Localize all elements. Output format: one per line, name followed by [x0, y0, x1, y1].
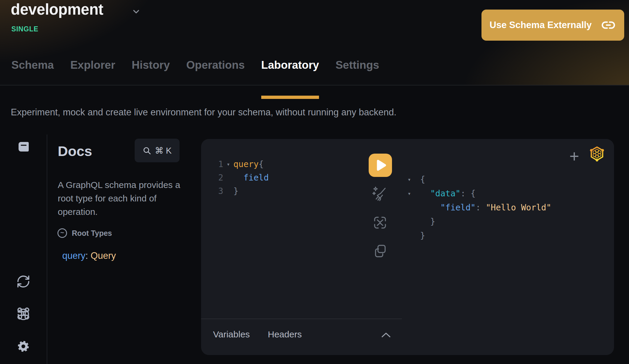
tab-settings[interactable]: Settings [335, 59, 379, 85]
graphiql-panel: 1 ▾ query { 2 field 3 } [201, 139, 614, 355]
code-token: : [461, 186, 471, 201]
response-line: ▾ { [407, 172, 551, 186]
response-line: "field" : "Hello World" [407, 201, 551, 215]
fold-arrow-icon[interactable]: ▾ [223, 157, 233, 171]
fold-arrow-icon[interactable]: ▾ [407, 186, 420, 201]
nav-tabs: Schema Explorer History Operations Labor… [11, 59, 379, 85]
add-tab-button[interactable]: + [567, 148, 582, 165]
fold-arrow-icon [223, 171, 233, 184]
code-token [420, 201, 440, 215]
code-token: } [233, 184, 238, 198]
root-type-type-link[interactable]: Query [91, 250, 116, 261]
tab-operations[interactable]: Operations [186, 59, 245, 85]
code-token [420, 186, 430, 201]
use-schema-externally-button[interactable]: Use Schema Externally [481, 10, 624, 41]
target-title[interactable]: development [11, 1, 103, 18]
search-icon [142, 146, 151, 155]
chevron-up-icon[interactable] [381, 332, 391, 339]
tab-schema[interactable]: Schema [11, 59, 54, 85]
code-token: { [471, 186, 476, 201]
line-number: 3 [213, 184, 223, 198]
page-subtitle: Experiment, mock and create live environ… [11, 107, 396, 118]
search-shortcut-label: ⌘ K [155, 146, 171, 156]
fold-arrow-icon[interactable]: ▾ [407, 172, 420, 186]
line-number: 2 [213, 171, 223, 184]
tab-variables[interactable]: Variables [213, 329, 250, 339]
fold-arrow-icon [223, 184, 233, 198]
docs-panel-title: Docs [58, 143, 92, 159]
hive-logo-icon[interactable] [590, 146, 604, 163]
use-schema-externally-label: Use Schema Externally [490, 20, 592, 30]
play-icon [370, 154, 390, 177]
line-number: 1 [213, 157, 223, 171]
root-type-query-link[interactable]: query: Query [62, 250, 116, 261]
tab-history[interactable]: History [132, 59, 170, 85]
prettify-icon[interactable] [372, 186, 388, 203]
editor-footer-divider [201, 319, 402, 319]
sidebar-rail [0, 134, 47, 364]
docs-icon[interactable] [17, 141, 30, 154]
query-editor[interactable]: 1 ▾ query { 2 field 3 } [213, 157, 269, 198]
editor-line: 1 ▾ query { [213, 157, 269, 171]
code-token: "Hello World" [486, 201, 551, 215]
code-token: query [233, 157, 259, 171]
copy-query-icon[interactable] [373, 244, 388, 260]
target-type-badge: SINGLE [11, 25, 38, 33]
response-line: } [407, 215, 551, 229]
docs-description: A GraphQL schema provides a root type fo… [58, 178, 190, 218]
header: development SINGLE Use Schema Externally… [0, 0, 629, 85]
code-token: "data" [430, 186, 461, 201]
root-type-separator: : [86, 250, 91, 261]
keyboard-shortcuts-icon[interactable] [16, 306, 31, 322]
root-types-label: Root Types [72, 229, 112, 238]
root-type-field-name[interactable]: query [62, 250, 86, 261]
tab-headers[interactable]: Headers [268, 329, 302, 339]
editor-line: 3 } [213, 184, 269, 198]
code-token: field [233, 171, 269, 184]
settings-gear-icon[interactable] [16, 339, 31, 355]
response-line: } [407, 229, 551, 243]
merge-fragments-icon[interactable] [372, 215, 388, 232]
code-token: : [475, 201, 486, 215]
laboratory-page: development SINGLE Use Schema Externally… [0, 0, 629, 364]
root-types-section: ~ Root Types [57, 228, 112, 238]
code-token: { [420, 172, 425, 186]
editor-line: 2 field [213, 171, 269, 184]
root-types-icon: ~ [57, 228, 67, 238]
tab-laboratory[interactable]: Laboratory [261, 59, 319, 85]
code-token: { [259, 157, 264, 171]
docs-search-button[interactable]: ⌘ K [135, 139, 180, 162]
execute-query-button[interactable] [369, 154, 392, 177]
tab-explorer[interactable]: Explorer [70, 59, 115, 85]
code-token: } [420, 229, 425, 243]
code-token: } [420, 215, 435, 229]
response-line: ▾ "data" : { [407, 186, 551, 201]
code-token: "field" [440, 201, 475, 215]
response-viewer: ▾ { ▾ "data" : { "field" : "Hello World" [407, 172, 551, 243]
chevron-down-icon[interactable] [132, 7, 141, 17]
refetch-schema-icon[interactable] [16, 274, 31, 290]
link-icon [601, 20, 615, 30]
